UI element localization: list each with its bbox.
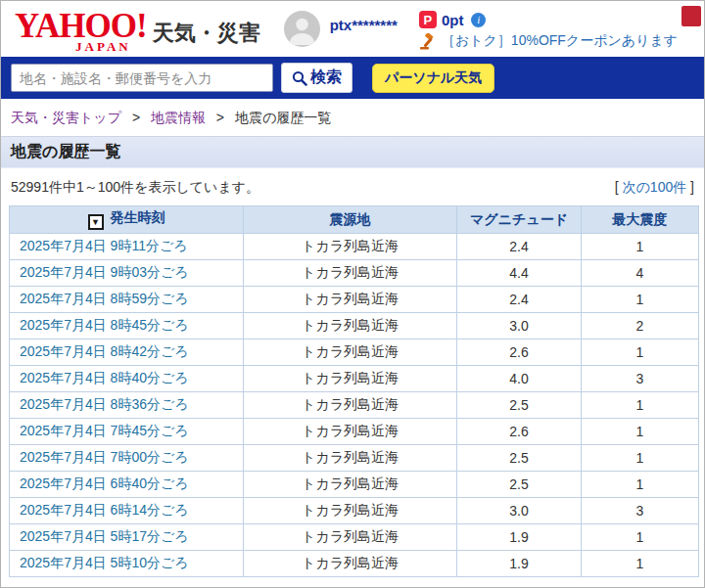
service-title-link[interactable]: 天気・災害 <box>153 19 260 48</box>
personal-weather-button[interactable]: パーソナル天気 <box>372 64 494 93</box>
intensity-cell: 3 <box>582 366 699 392</box>
person-icon <box>284 11 320 47</box>
magnitude-cell: 4.4 <box>457 260 582 287</box>
breadcrumb-link-earthquake-info[interactable]: 地震情報 <box>151 110 206 125</box>
table-header-row: ▼発生時刻 震源地 マグニチュード 最大震度 <box>10 206 699 234</box>
intensity-cell: 1 <box>582 445 699 472</box>
table-row: 2025年7月4日 6時40分ごろ トカラ列島近海 2.5 1 <box>10 472 699 498</box>
quake-time-link[interactable]: 2025年7月4日 8時40分ごろ <box>20 370 189 385</box>
magnitude-cell: 1.9 <box>457 551 582 577</box>
table-row: 2025年7月4日 8時59分ごろ トカラ列島近海 2.4 1 <box>10 287 699 313</box>
logo-yahoo-text: YAHOO! <box>15 9 147 43</box>
username[interactable]: ptx******** <box>330 17 398 33</box>
info-icon[interactable]: i <box>471 13 486 27</box>
magnitude-cell: 2.5 <box>457 472 582 498</box>
search-icon <box>292 70 307 86</box>
breadcrumb-separator: > <box>132 110 140 125</box>
quake-time-link[interactable]: 2025年7月4日 8時36分ごろ <box>20 396 189 412</box>
epicenter-cell: トカラ列島近海 <box>244 524 457 551</box>
magnitude-cell: 3.0 <box>457 313 582 339</box>
next-bracket-close: ] <box>686 179 694 195</box>
quake-time-link[interactable]: 2025年7月4日 5時17分ごろ <box>20 528 189 544</box>
epicenter-cell: トカラ列島近海 <box>244 287 457 313</box>
intensity-cell: 1 <box>582 392 699 419</box>
search-input[interactable] <box>11 64 273 92</box>
quake-time-link[interactable]: 2025年7月4日 9時03分ごろ <box>20 264 189 280</box>
epicenter-cell: トカラ列島近海 <box>244 472 457 498</box>
table-row: 2025年7月4日 5時17分ごろ トカラ列島近海 1.9 1 <box>10 524 699 551</box>
quake-time-link[interactable]: 2025年7月4日 9時11分ごろ <box>20 238 188 253</box>
table-row: 2025年7月4日 7時00分ごろ トカラ列島近海 2.5 1 <box>10 445 699 472</box>
table-row: 2025年7月4日 6時14分ごろ トカラ列島近海 3.0 3 <box>10 498 699 524</box>
yahoo-japan-logo[interactable]: YAHOO! JAPAN <box>15 9 147 53</box>
epicenter-cell: トカラ列島近海 <box>244 498 457 524</box>
status-row: 52991件中1～100件を表示しています。 [ 次の100件 ] <box>1 168 704 205</box>
magnitude-cell: 3.0 <box>457 498 582 524</box>
magnitude-cell: 1.9 <box>457 524 582 551</box>
top-header: YAHOO! JAPAN 天気・災害 ptx******** P 0pt i <box>1 1 704 57</box>
intensity-cell: 1 <box>582 419 699 445</box>
breadcrumb-current: 地震の履歴一覧 <box>235 110 331 125</box>
table-row: 2025年7月4日 8時42分ごろ トカラ列島近海 2.6 1 <box>10 339 699 366</box>
epicenter-cell: トカラ列島近海 <box>244 234 457 260</box>
table-row: 2025年7月4日 5時10分ごろ トカラ列島近海 1.9 1 <box>10 551 699 577</box>
table-row: 2025年7月4日 7時45分ごろ トカラ列島近海 2.6 1 <box>10 419 699 445</box>
magnitude-cell: 2.4 <box>457 234 582 260</box>
search-bar: 検索 パーソナル天気 <box>1 57 704 99</box>
quake-time-link[interactable]: 2025年7月4日 7時45分ごろ <box>20 423 189 438</box>
pagination: [ 次の100件 ] <box>615 179 694 197</box>
table-row: 2025年7月4日 8時36分ごろ トカラ列島近海 2.5 1 <box>10 392 699 419</box>
next-100-link[interactable]: 次の100件 <box>623 179 687 195</box>
epicenter-cell: トカラ列島近海 <box>244 260 457 287</box>
epicenter-cell: トカラ列島近海 <box>244 551 457 577</box>
coupon-promo-text: ［おトク］10%OFFクーポンあります <box>442 32 678 50</box>
page-title-bar: 地震の履歴一覧 <box>1 136 704 168</box>
points-link[interactable]: P 0pt i <box>419 11 678 28</box>
epicenter-cell: トカラ列島近海 <box>244 392 457 419</box>
user-avatar-icon[interactable] <box>284 11 320 47</box>
intensity-cell: 1 <box>582 524 699 551</box>
magnitude-cell: 4.0 <box>457 366 582 392</box>
breadcrumb-link-top[interactable]: 天気・災害トップ <box>11 110 121 125</box>
quake-time-link[interactable]: 2025年7月4日 5時10分ごろ <box>20 555 189 570</box>
user-area: ptx******** P 0pt i ［おトク］10%OFFクーポンあります <box>284 9 679 50</box>
table-row: 2025年7月4日 9時03分ごろ トカラ列島近海 4.4 4 <box>10 260 699 287</box>
sort-filter-icon[interactable]: ▼ <box>88 214 104 230</box>
points-value: 0pt <box>442 12 464 28</box>
quake-time-link[interactable]: 2025年7月4日 6時40分ごろ <box>20 475 189 491</box>
coupon-promo-link[interactable]: ［おトク］10%OFFクーポンあります <box>419 32 678 50</box>
intensity-cell: 2 <box>582 313 699 339</box>
quake-time-link[interactable]: 2025年7月4日 7時00分ごろ <box>20 449 189 465</box>
magnitude-cell: 2.5 <box>457 445 582 472</box>
logo-japan-text: JAPAN <box>75 40 131 53</box>
quake-time-link[interactable]: 2025年7月4日 8時59分ごろ <box>20 291 189 306</box>
search-button[interactable]: 検索 <box>281 63 352 93</box>
epicenter-cell: トカラ列島近海 <box>244 366 457 392</box>
magnitude-cell: 2.6 <box>457 419 582 445</box>
top-right-red-badge <box>682 6 701 26</box>
intensity-cell: 1 <box>582 287 699 313</box>
quake-time-link[interactable]: 2025年7月4日 6時14分ごろ <box>20 502 189 518</box>
intensity-cell: 1 <box>582 472 699 498</box>
paypay-point-icon: P <box>419 11 437 28</box>
table-row: 2025年7月4日 8時40分ごろ トカラ列島近海 4.0 3 <box>10 366 699 392</box>
quake-time-link[interactable]: 2025年7月4日 8時45分ごろ <box>20 317 189 333</box>
result-count-text: 52991件中1～100件を表示しています。 <box>11 179 259 197</box>
page-title: 地震の履歴一覧 <box>1 142 120 162</box>
table-row: 2025年7月4日 9時11分ごろ トカラ列島近海 2.4 1 <box>10 234 699 260</box>
magnitude-cell: 2.5 <box>457 392 582 419</box>
column-header-time-label: 発生時刻 <box>111 209 165 225</box>
auction-hammer-icon <box>419 33 436 50</box>
epicenter-cell: トカラ列島近海 <box>244 419 457 445</box>
quake-time-link[interactable]: 2025年7月4日 8時42分ごろ <box>20 343 189 359</box>
epicenter-cell: トカラ列島近海 <box>244 339 457 366</box>
search-button-label: 検索 <box>310 68 342 88</box>
breadcrumb-separator: > <box>216 110 224 125</box>
epicenter-cell: トカラ列島近海 <box>244 445 457 472</box>
intensity-cell: 1 <box>582 234 699 260</box>
user-info-column: P 0pt i ［おトク］10%OFFクーポンあります <box>419 11 678 50</box>
intensity-cell: 3 <box>582 498 699 524</box>
breadcrumb: 天気・災害トップ > 地震情報 > 地震の履歴一覧 <box>1 99 704 136</box>
next-bracket-open: [ <box>615 179 623 195</box>
intensity-cell: 1 <box>582 551 699 577</box>
